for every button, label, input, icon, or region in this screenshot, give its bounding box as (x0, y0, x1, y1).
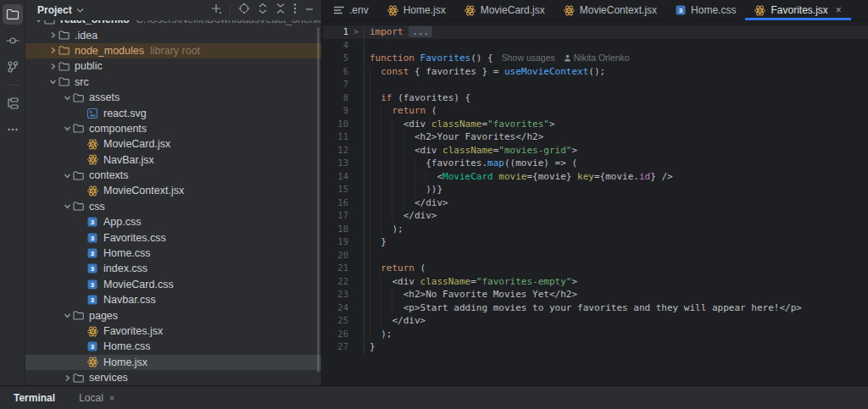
line-number: 26 (323, 328, 348, 341)
tree-item[interactable]: MovieContext.jsx (25, 183, 321, 198)
folder-icon (73, 93, 87, 102)
chevron-icon[interactable] (62, 94, 73, 102)
tree-item[interactable]: 3Home.css (25, 339, 321, 354)
tree-item[interactable]: MovieCard.jsx (25, 136, 321, 152)
chevron-icon[interactable] (33, 20, 44, 24)
chevron-icon[interactable] (62, 374, 73, 382)
indent-guide (415, 157, 415, 170)
chevron-icon[interactable] (47, 78, 58, 86)
chevron-down-icon[interactable] (76, 8, 84, 13)
scrollbar[interactable] (317, 27, 320, 373)
locate-file-icon[interactable] (238, 3, 250, 18)
editor-tab[interactable]: .env (325, 0, 378, 20)
code-line: 19 } (323, 235, 868, 249)
chevron-icon[interactable] (62, 202, 73, 210)
tree-item[interactable]: services (25, 370, 321, 385)
indent-guide (392, 130, 392, 144)
tab-label: MovieCard.jsx (481, 4, 545, 16)
show-usages-inlay[interactable]: Show usages (502, 53, 555, 63)
terminal-button[interactable]: Terminal (14, 392, 55, 404)
chevron-icon[interactable] (47, 31, 58, 39)
code-text: <div className="favorites-empty"> (364, 275, 868, 289)
indent-guide (381, 196, 381, 210)
code-line: 20 (323, 249, 868, 263)
editor-tab-bar: .envHome.jsxMovieCard.jsxMovieContext.js… (323, 0, 868, 21)
tab-label: Favorites.jsx (771, 4, 827, 16)
tree-item[interactable]: 3App.css (25, 214, 321, 229)
editor-tab[interactable]: MovieContext.jsx (554, 0, 666, 20)
tree-item[interactable]: src (25, 75, 321, 90)
indent-guide (370, 328, 370, 341)
bottom-bar: Terminal Local × (0, 385, 868, 409)
code-text (364, 249, 868, 263)
collapse-all-icon[interactable] (275, 3, 286, 18)
editor-tab[interactable]: Favorites.jsx× (745, 0, 850, 20)
tree-item[interactable]: react.svg (25, 105, 321, 120)
tree-item[interactable]: contexts (25, 168, 321, 183)
git-branches-icon[interactable] (3, 57, 23, 77)
more-tools-icon[interactable] (3, 119, 23, 140)
tree-item[interactable]: css (25, 199, 321, 214)
add-icon[interactable] (210, 3, 222, 18)
tree-item[interactable]: .idea (25, 27, 321, 42)
tree-item-label: Home.css (103, 247, 151, 259)
editor-area: .envHome.jsxMovieCard.jsxMovieContext.js… (323, 0, 868, 385)
tree-item[interactable]: Favorites.jsx (25, 323, 321, 339)
code-text (364, 39, 868, 53)
code-line: 25 </div> (323, 314, 868, 328)
tree-item[interactable]: NavBar.jsx (25, 152, 321, 168)
indent-guide (370, 91, 370, 105)
code-line: 23 <h2>No Favorite Movies Yet</h2> (323, 288, 868, 301)
tree-item[interactable]: 3MovieCard.css (25, 277, 321, 292)
author-inlay[interactable]: Nikita Orlenko (564, 53, 630, 63)
tab-label: Home.jsx (403, 4, 446, 16)
chevron-icon[interactable] (62, 124, 73, 132)
tab-label: Home.css (691, 4, 736, 16)
code-line: 7 (323, 78, 868, 91)
chevron-icon[interactable] (62, 172, 73, 180)
code-line: 11 <h2>Your Favorites</h2> (323, 130, 868, 144)
options-icon[interactable] (293, 3, 297, 18)
commit-icon[interactable] (3, 30, 23, 51)
indent-guide (381, 183, 381, 196)
close-icon[interactable]: × (836, 5, 842, 15)
project-tree[interactable]: react_orlenkoC:\Users\Nekit\Downloads\re… (25, 20, 321, 385)
tree-item[interactable]: Home.jsx (25, 355, 321, 370)
tree-item[interactable]: public (25, 58, 321, 74)
tree-item[interactable]: 3Favorites.css (25, 229, 321, 245)
indent-guide (381, 223, 381, 236)
tree-item-label: components (89, 123, 147, 135)
project-folder-icon[interactable] (3, 4, 23, 25)
indent-guide (403, 130, 404, 144)
tree-item[interactable]: assets (25, 90, 321, 105)
close-icon[interactable]: × (109, 393, 114, 403)
code-editor[interactable]: 1>import ...45function Favorites() {Show… (323, 22, 868, 385)
editor-tab[interactable]: 3Home.css (666, 0, 745, 20)
chevron-icon[interactable] (47, 47, 58, 54)
hide-icon[interactable] (304, 3, 314, 18)
fold-arrow-icon[interactable]: > (348, 25, 364, 39)
tree-item[interactable]: 3index.css (25, 261, 321, 276)
indent-guide (381, 130, 381, 144)
tree-item[interactable]: 3Navbar.css (25, 292, 321, 307)
line-number: 19 (323, 235, 348, 249)
chevron-icon[interactable] (47, 63, 58, 70)
tree-item[interactable]: 3Home.css (25, 246, 321, 261)
fold-column (348, 91, 364, 105)
editor-tab[interactable]: Home.jsx (378, 0, 455, 20)
tree-item[interactable]: pages (25, 307, 321, 323)
project-panel-title[interactable]: Project (37, 4, 72, 16)
tree-item-label: Favorites.css (103, 232, 166, 244)
structure-icon[interactable] (3, 93, 23, 113)
terminal-tab-local[interactable]: Local × (79, 392, 114, 404)
tab-label: .env (349, 4, 369, 16)
indent-guide (392, 157, 392, 170)
fold-column (348, 340, 364, 354)
expand-all-icon[interactable] (258, 3, 268, 18)
tree-item[interactable]: components (25, 121, 321, 136)
tree-item[interactable]: react_orlenkoC:\Users\Nekit\Downloads\re… (25, 20, 321, 27)
tree-item[interactable]: node_moduleslibrary root (25, 43, 321, 58)
editor-tab[interactable]: MovieCard.jsx (455, 0, 554, 20)
chevron-icon[interactable] (62, 312, 73, 319)
react-file-icon (87, 326, 102, 337)
